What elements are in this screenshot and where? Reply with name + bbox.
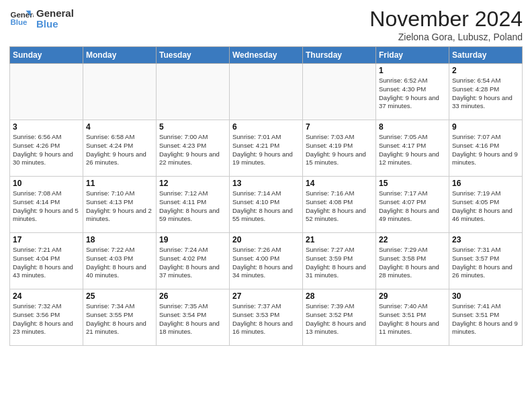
day-number: 10 bbox=[13, 179, 80, 188]
day-number: 14 bbox=[306, 179, 373, 188]
table-row: 2Sunrise: 6:54 AM Sunset: 4:28 PM Daylig… bbox=[449, 64, 523, 120]
table-row: 12Sunrise: 7:12 AM Sunset: 4:11 PM Dayli… bbox=[157, 177, 230, 233]
table-row: 14Sunrise: 7:16 AM Sunset: 4:08 PM Dayli… bbox=[303, 177, 376, 233]
day-info: Sunrise: 6:56 AM Sunset: 4:26 PM Dayligh… bbox=[13, 133, 80, 167]
table-row bbox=[10, 64, 83, 120]
table-row: 11Sunrise: 7:10 AM Sunset: 4:13 PM Dayli… bbox=[83, 177, 157, 233]
svg-text:Blue: Blue bbox=[10, 18, 28, 26]
day-number: 18 bbox=[86, 235, 153, 244]
logo: General Blue General Blue bbox=[9, 7, 74, 31]
calendar-week-2: 10Sunrise: 7:08 AM Sunset: 4:14 PM Dayli… bbox=[10, 177, 523, 233]
day-number: 20 bbox=[232, 235, 300, 244]
table-row: 1Sunrise: 6:52 AM Sunset: 4:30 PM Daylig… bbox=[376, 64, 449, 120]
day-info: Sunrise: 7:07 AM Sunset: 4:16 PM Dayligh… bbox=[452, 133, 519, 167]
calendar: Sunday Monday Tuesday Wednesday Thursday… bbox=[9, 46, 523, 346]
day-number: 2 bbox=[452, 66, 519, 75]
day-number: 4 bbox=[86, 122, 153, 132]
calendar-week-3: 17Sunrise: 7:21 AM Sunset: 4:04 PM Dayli… bbox=[10, 233, 523, 289]
header: General Blue General Blue November 2024 … bbox=[9, 7, 523, 42]
day-number: 19 bbox=[159, 235, 226, 244]
table-row: 27Sunrise: 7:37 AM Sunset: 3:53 PM Dayli… bbox=[230, 289, 303, 346]
day-info: Sunrise: 7:26 AM Sunset: 4:00 PM Dayligh… bbox=[232, 246, 300, 280]
table-row: 18Sunrise: 7:22 AM Sunset: 4:03 PM Dayli… bbox=[83, 233, 157, 289]
day-info: Sunrise: 7:31 AM Sunset: 3:57 PM Dayligh… bbox=[452, 246, 519, 280]
day-info: Sunrise: 7:29 AM Sunset: 3:58 PM Dayligh… bbox=[379, 246, 446, 280]
day-info: Sunrise: 7:27 AM Sunset: 3:59 PM Dayligh… bbox=[306, 246, 373, 280]
day-info: Sunrise: 7:37 AM Sunset: 3:53 PM Dayligh… bbox=[232, 302, 300, 336]
day-number: 29 bbox=[379, 291, 446, 301]
day-info: Sunrise: 7:21 AM Sunset: 4:04 PM Dayligh… bbox=[13, 246, 80, 280]
table-row: 21Sunrise: 7:27 AM Sunset: 3:59 PM Dayli… bbox=[303, 233, 376, 289]
day-info: Sunrise: 7:41 AM Sunset: 3:51 PM Dayligh… bbox=[452, 302, 519, 336]
day-info: Sunrise: 7:05 AM Sunset: 4:17 PM Dayligh… bbox=[379, 133, 446, 167]
day-info: Sunrise: 7:03 AM Sunset: 4:19 PM Dayligh… bbox=[306, 133, 373, 167]
table-row: 17Sunrise: 7:21 AM Sunset: 4:04 PM Dayli… bbox=[10, 233, 83, 289]
col-friday: Friday bbox=[376, 47, 449, 64]
table-row: 24Sunrise: 7:32 AM Sunset: 3:56 PM Dayli… bbox=[10, 289, 83, 346]
day-number: 3 bbox=[13, 122, 80, 132]
day-info: Sunrise: 7:10 AM Sunset: 4:13 PM Dayligh… bbox=[86, 189, 153, 224]
table-row: 6Sunrise: 7:01 AM Sunset: 4:21 PM Daylig… bbox=[230, 120, 303, 177]
day-info: Sunrise: 7:01 AM Sunset: 4:21 PM Dayligh… bbox=[232, 133, 300, 167]
col-saturday: Saturday bbox=[449, 47, 523, 64]
day-info: Sunrise: 7:24 AM Sunset: 4:02 PM Dayligh… bbox=[159, 246, 226, 280]
table-row: 19Sunrise: 7:24 AM Sunset: 4:02 PM Dayli… bbox=[157, 233, 230, 289]
day-info: Sunrise: 7:32 AM Sunset: 3:56 PM Dayligh… bbox=[13, 302, 80, 336]
table-row: 13Sunrise: 7:14 AM Sunset: 4:10 PM Dayli… bbox=[230, 177, 303, 233]
day-info: Sunrise: 6:54 AM Sunset: 4:28 PM Dayligh… bbox=[452, 77, 519, 111]
day-number: 23 bbox=[452, 235, 519, 244]
day-info: Sunrise: 7:12 AM Sunset: 4:11 PM Dayligh… bbox=[159, 189, 226, 224]
col-wednesday: Wednesday bbox=[230, 47, 303, 64]
day-number: 24 bbox=[13, 291, 80, 301]
table-row: 8Sunrise: 7:05 AM Sunset: 4:17 PM Daylig… bbox=[376, 120, 449, 177]
day-info: Sunrise: 7:39 AM Sunset: 3:52 PM Dayligh… bbox=[306, 302, 373, 336]
day-number: 5 bbox=[159, 122, 226, 132]
location-subtitle: Zielona Gora, Lubusz, Poland bbox=[369, 32, 523, 42]
col-monday: Monday bbox=[83, 47, 157, 64]
day-info: Sunrise: 7:34 AM Sunset: 3:55 PM Dayligh… bbox=[86, 302, 153, 336]
table-row: 15Sunrise: 7:17 AM Sunset: 4:07 PM Dayli… bbox=[376, 177, 449, 233]
month-title: November 2024 bbox=[369, 7, 523, 32]
logo-line1: General bbox=[36, 8, 74, 19]
day-number: 9 bbox=[452, 122, 519, 132]
table-row bbox=[303, 64, 376, 120]
day-number: 15 bbox=[379, 179, 446, 188]
day-info: Sunrise: 7:22 AM Sunset: 4:03 PM Dayligh… bbox=[86, 246, 153, 280]
day-number: 22 bbox=[379, 235, 446, 244]
day-info: Sunrise: 7:17 AM Sunset: 4:07 PM Dayligh… bbox=[379, 189, 446, 224]
table-row: 28Sunrise: 7:39 AM Sunset: 3:52 PM Dayli… bbox=[303, 289, 376, 346]
day-info: Sunrise: 7:16 AM Sunset: 4:08 PM Dayligh… bbox=[306, 189, 373, 224]
table-row: 9Sunrise: 7:07 AM Sunset: 4:16 PM Daylig… bbox=[449, 120, 523, 177]
day-number: 27 bbox=[232, 291, 300, 301]
day-number: 7 bbox=[306, 122, 373, 132]
day-number: 26 bbox=[159, 291, 226, 301]
day-info: Sunrise: 7:08 AM Sunset: 4:14 PM Dayligh… bbox=[13, 189, 80, 224]
calendar-week-1: 3Sunrise: 6:56 AM Sunset: 4:26 PM Daylig… bbox=[10, 120, 523, 177]
day-number: 30 bbox=[452, 291, 519, 301]
table-row: 20Sunrise: 7:26 AM Sunset: 4:00 PM Dayli… bbox=[230, 233, 303, 289]
day-number: 8 bbox=[379, 122, 446, 132]
logo-line2: Blue bbox=[36, 19, 74, 30]
page: General Blue General Blue November 2024 … bbox=[0, 0, 532, 411]
col-sunday: Sunday bbox=[10, 47, 83, 64]
day-number: 25 bbox=[86, 291, 153, 301]
day-number: 1 bbox=[379, 66, 446, 75]
day-info: Sunrise: 7:40 AM Sunset: 3:51 PM Dayligh… bbox=[379, 302, 446, 336]
day-number: 13 bbox=[232, 179, 300, 188]
day-info: Sunrise: 7:14 AM Sunset: 4:10 PM Dayligh… bbox=[232, 189, 300, 224]
table-row: 5Sunrise: 7:00 AM Sunset: 4:23 PM Daylig… bbox=[157, 120, 230, 177]
day-number: 17 bbox=[13, 235, 80, 244]
day-info: Sunrise: 7:00 AM Sunset: 4:23 PM Dayligh… bbox=[159, 133, 226, 167]
table-row: 30Sunrise: 7:41 AM Sunset: 3:51 PM Dayli… bbox=[449, 289, 523, 346]
day-info: Sunrise: 7:19 AM Sunset: 4:05 PM Dayligh… bbox=[452, 189, 519, 224]
title-block: November 2024 Zielona Gora, Lubusz, Pola… bbox=[369, 7, 523, 42]
table-row: 16Sunrise: 7:19 AM Sunset: 4:05 PM Dayli… bbox=[449, 177, 523, 233]
calendar-week-4: 24Sunrise: 7:32 AM Sunset: 3:56 PM Dayli… bbox=[10, 289, 523, 346]
calendar-week-0: 1Sunrise: 6:52 AM Sunset: 4:30 PM Daylig… bbox=[10, 64, 523, 120]
day-number: 11 bbox=[86, 179, 153, 188]
table-row: 25Sunrise: 7:34 AM Sunset: 3:55 PM Dayli… bbox=[83, 289, 157, 346]
day-info: Sunrise: 6:52 AM Sunset: 4:30 PM Dayligh… bbox=[379, 77, 446, 111]
col-thursday: Thursday bbox=[303, 47, 376, 64]
col-tuesday: Tuesday bbox=[157, 47, 230, 64]
day-info: Sunrise: 7:35 AM Sunset: 3:54 PM Dayligh… bbox=[159, 302, 226, 336]
